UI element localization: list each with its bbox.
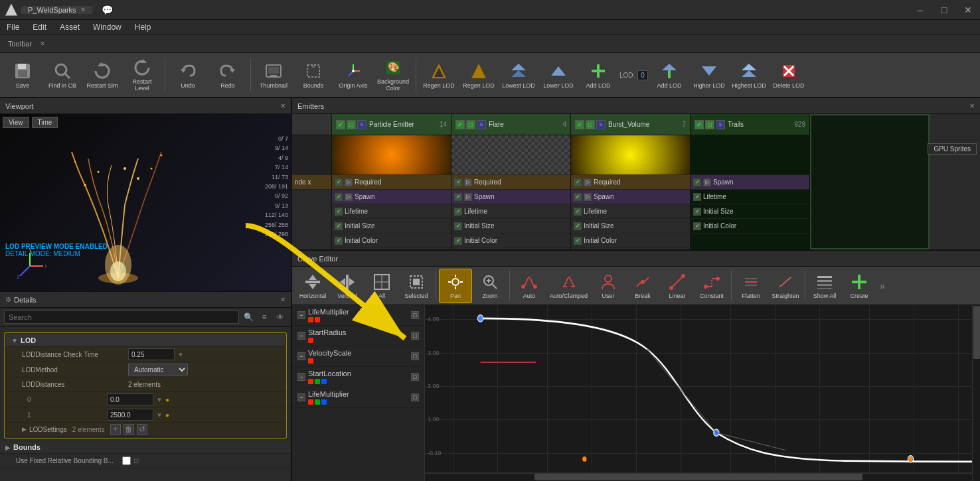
module-initsize-2[interactable]: ✓ Initial Size — [451, 219, 570, 234]
time-button[interactable]: Time — [32, 117, 58, 128]
track-life-multiplier-2[interactable]: − LifeMultiplier □ — [292, 387, 424, 408]
origin-axis-button[interactable]: Origin Axis — [335, 55, 372, 95]
regen-lod-button-1[interactable]: Regen LOD — [420, 55, 457, 95]
track-velocity-scale[interactable]: − VelocityScale □ — [292, 346, 424, 367]
straighten-button[interactable]: Straighten — [769, 269, 802, 303]
regen-lod-button-2[interactable]: Regen LOD — [460, 55, 497, 95]
add-lod-button-2[interactable]: Add LOD — [651, 55, 688, 95]
module-lifetime-3[interactable]: ✓ Lifetime — [571, 204, 690, 219]
constant-button[interactable]: Constant — [695, 269, 728, 303]
track-expand-1[interactable]: − — [297, 311, 305, 319]
module-spawn-2[interactable]: ✓ ▷ Spawn — [451, 190, 570, 204]
emitter-check-3c[interactable]: S — [596, 120, 606, 129]
restart-sim-button[interactable]: Restart Sim — [84, 55, 121, 95]
lod-dist-0-input[interactable] — [107, 393, 153, 405]
track-expand-3[interactable]: − — [297, 352, 305, 360]
menu-help[interactable]: Help — [128, 20, 158, 34]
track-expand-4[interactable]: − — [297, 373, 305, 381]
emitters-close-icon[interactable]: ✕ — [969, 102, 975, 109]
lod-add-button[interactable]: + — [110, 424, 121, 435]
menu-edit[interactable]: Edit — [26, 20, 53, 34]
toolbar-close-icon[interactable]: ✕ — [37, 38, 48, 48]
module-spawn-1[interactable]: ✓ ▷ Spawn — [332, 190, 451, 204]
module-spawn-4[interactable]: ✓ ▷ Spawn — [691, 175, 809, 190]
module-initsize-4[interactable]: ✓ Initial Size — [691, 204, 809, 219]
more-icon[interactable]: » — [877, 281, 888, 291]
pan-button[interactable]: Pan — [439, 269, 472, 303]
track-lock-4[interactable]: □ — [411, 373, 419, 381]
search-input[interactable] — [4, 310, 239, 324]
lower-lod-button[interactable]: Lower LOD — [540, 55, 577, 95]
details-settings-icon[interactable]: ≡ — [258, 310, 271, 324]
search-icon[interactable]: 🔍 — [242, 310, 255, 324]
find-in-cb-button[interactable]: Find in CB — [44, 55, 81, 95]
module-lifetime-1[interactable]: ✓ Lifetime — [332, 204, 451, 219]
module-lifetime-2[interactable]: ✓ Lifetime — [451, 204, 570, 219]
menu-file[interactable]: File — [0, 20, 26, 34]
track-lock-3[interactable]: □ — [411, 352, 419, 360]
bounds-section-header[interactable]: ▶ Bounds — [0, 441, 291, 454]
selected-button[interactable]: Selected — [400, 269, 433, 303]
emitter-check-4c[interactable]: S — [716, 120, 725, 129]
curve-scrollbar-h[interactable] — [425, 473, 972, 481]
higher-lod-button[interactable]: Higher LOD — [691, 55, 728, 95]
module-spawn-3[interactable]: ✓ ▷ Spawn — [571, 190, 690, 204]
notification-icon[interactable]: 💬 — [102, 5, 113, 15]
module-required-2[interactable]: ✓ ▷ Required — [451, 175, 570, 190]
background-color-button[interactable]: 🎨 Background Color — [374, 55, 412, 95]
track-expand-5[interactable]: − — [297, 393, 305, 401]
vertical-button[interactable]: Vertical — [331, 269, 364, 303]
module-required-1[interactable]: ✓ ▷ Required — [332, 175, 451, 190]
emitter-check-2a[interactable]: ✓ — [455, 120, 465, 129]
module-initcolor-4[interactable]: ✓ Initial Color — [691, 219, 809, 234]
lowest-lod-button[interactable]: Lowest LOD — [500, 55, 537, 95]
curve-scrollbar-thumb-v[interactable] — [973, 306, 980, 359]
emitter-check-3b[interactable]: □ — [586, 120, 595, 129]
curve-scrollbar-v[interactable] — [972, 305, 980, 481]
module-required-3[interactable]: ✓ ▷ Required — [571, 175, 690, 190]
details-filter-icon[interactable]: 👁 — [274, 310, 287, 324]
thumbnail-button[interactable]: Thumbnail — [255, 55, 292, 95]
track-life-multiplier-1[interactable]: − LifeMultiplier □ — [292, 305, 424, 326]
redo-button[interactable]: Redo — [209, 55, 246, 95]
track-lock-5[interactable]: □ — [411, 393, 419, 401]
auto-clamped-button[interactable]: Auto/Clamped — [547, 269, 590, 303]
module-initcolor-1[interactable]: ✓ Initial Color — [332, 234, 451, 248]
titlebar-tab[interactable]: P_WeldSparks ✕ — [21, 6, 92, 14]
zoom-button[interactable]: Zoom — [473, 269, 507, 303]
flatten-button[interactable]: Flatten — [734, 269, 768, 303]
track-lock-2[interactable]: □ — [411, 332, 419, 340]
curve-graph[interactable]: 4.00 3.00 2.00 1.00 -0.10 -0.10 0.00 0.1… — [425, 305, 980, 481]
create-button[interactable]: Create — [843, 269, 876, 303]
tab-close-icon[interactable]: ✕ — [80, 6, 86, 13]
module-index[interactable]: nde x — [292, 175, 331, 190]
emitter-check-2c[interactable]: S — [477, 120, 486, 129]
viewport-content[interactable]: View Time — [0, 114, 291, 291]
track-expand-2[interactable]: − — [297, 332, 305, 340]
lod-check-time-input[interactable] — [128, 348, 175, 360]
close-button[interactable]: ✕ — [956, 0, 980, 20]
details-close-icon[interactable]: ✕ — [280, 296, 286, 303]
emitter-check-2b[interactable]: □ — [466, 120, 475, 129]
minimize-button[interactable]: – — [908, 0, 932, 20]
lod-value[interactable]: 0 — [637, 70, 648, 80]
lod-method-dropdown[interactable]: Automatic Direct Set — [128, 364, 188, 376]
emitter-check-1c[interactable]: S — [357, 120, 367, 129]
auto-button[interactable]: Auto — [513, 269, 546, 303]
delete-lod-button[interactable]: Delete LOD — [770, 55, 807, 95]
track-start-location[interactable]: − StartLocation □ — [292, 367, 424, 387]
break-button[interactable]: Break — [626, 269, 659, 303]
module-initsize-3[interactable]: ✓ Initial Size — [571, 219, 690, 234]
add-lod-button[interactable]: Add LOD — [580, 55, 617, 95]
emitter-check-4b[interactable]: □ — [705, 120, 714, 129]
menu-asset[interactable]: Asset — [53, 20, 86, 34]
lod-section-header[interactable]: ▼ LOD — [6, 334, 285, 347]
highest-lod-button[interactable]: Highest LOD — [730, 55, 768, 95]
horizontal-button[interactable]: Horizontal — [296, 269, 329, 303]
emitter-check-3a[interactable]: ✓ — [575, 120, 584, 129]
view-button[interactable]: View — [3, 117, 29, 128]
maximize-button[interactable]: □ — [932, 0, 956, 20]
menu-window[interactable]: Window — [86, 20, 128, 34]
emitter-check-4a[interactable]: ✓ — [694, 120, 704, 129]
bounds-button[interactable]: Bounds — [295, 55, 332, 95]
